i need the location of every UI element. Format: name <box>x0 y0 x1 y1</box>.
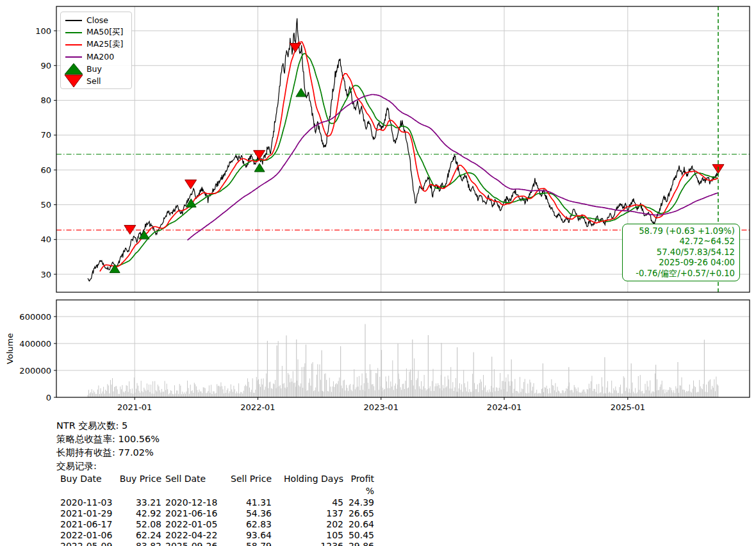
volume-bars <box>88 324 719 397</box>
ma200-line <box>188 95 719 240</box>
table-cell: 2022-01-06 <box>56 530 115 541</box>
strategy-return-line: 策略总收益率: 100.56% <box>56 433 374 446</box>
legend-label: Sell <box>86 76 101 86</box>
legend-item-ma200: MA200 <box>61 51 131 63</box>
annotation-range-line: 42.72~64.52 <box>627 236 735 247</box>
legend-item-ma25: MA25[卖] <box>61 38 131 51</box>
table-cell: 54.36 <box>223 508 272 519</box>
table-cell: 1236 <box>272 541 343 546</box>
date-tick-label: 2021-01 <box>117 402 152 412</box>
price-tick-label: 60 <box>40 165 51 175</box>
close-line-swatch <box>61 20 86 21</box>
chart-legend: Close MA50[买] MA25[卖] MA200 Buy Sell <box>60 12 132 89</box>
annotation-ma-line: 57.40/57.83/54.12 <box>627 247 735 258</box>
volume-tick-label: 400000 <box>19 339 51 349</box>
table-row: 2020-11-0333.212020-12-1841.314524.39 <box>56 497 374 508</box>
table-cell: 26.65 <box>343 508 374 519</box>
table-cell: 83.82 <box>115 541 161 546</box>
legend-label: Buy <box>86 64 102 74</box>
volume-tick-label: 0 <box>46 393 51 402</box>
hold-return-line: 长期持有收益: 77.02% <box>56 446 374 459</box>
column-header: Buy Price <box>115 473 161 497</box>
legend-label: MA200 <box>86 52 114 62</box>
annotation-price-line: 58.79 (+0.63 +1.09%) <box>627 226 735 236</box>
volume-tick-label: 600000 <box>19 312 51 322</box>
table-row: 2022-05-0983.822025-09-2658.791236-29.86 <box>56 541 374 546</box>
legend-label: MA25[卖] <box>86 39 124 50</box>
column-header: Sell Date <box>161 473 223 497</box>
table-row: 2022-01-0662.242022-04-2293.6410550.45 <box>56 530 374 541</box>
table-cell: 2022-04-22 <box>161 530 223 541</box>
annotation-date-line: 2025-09-26 04:00 <box>627 258 735 268</box>
volume-axes-border <box>56 300 750 397</box>
sell-marker <box>185 180 197 189</box>
table-cell: 2021-06-17 <box>56 519 115 530</box>
date-tick-label: 2024-01 <box>487 402 522 412</box>
table-cell: 41.31 <box>223 497 272 508</box>
table-cell: 2021-06-16 <box>161 508 223 519</box>
strategy-stats-block: NTR 交易次数: 5 策略总收益率: 100.56% 长期持有收益: 77.0… <box>56 419 374 546</box>
last-quote-annotation: 58.79 (+0.63 +1.09%) 42.72~64.52 57.40/5… <box>622 224 740 281</box>
price-tick-label: 100 <box>35 26 51 36</box>
volume-axis-label: Volume <box>5 333 15 364</box>
annotation-signal-line: -0.76/偏空/+0.57/+0.10 <box>627 269 735 279</box>
legend-item-buy: Buy <box>61 63 131 75</box>
price-tick-label: 90 <box>40 61 51 70</box>
price-tick-label: 80 <box>40 95 51 105</box>
table-cell: 62.24 <box>115 530 161 541</box>
table-cell: 2020-11-03 <box>56 497 115 508</box>
legend-item-ma50: MA50[买] <box>61 26 131 38</box>
legend-item-sell: Sell <box>61 75 131 87</box>
table-cell: 52.08 <box>115 519 161 530</box>
buy-marker <box>254 163 265 172</box>
trade-record-title: 交易记录: <box>56 459 374 473</box>
date-tick-label: 2025-01 <box>611 402 645 412</box>
table-cell: -29.86 <box>343 541 374 546</box>
trade-count-line: NTR 交易次数: 5 <box>56 419 374 433</box>
sell-triangle-icon <box>61 74 86 88</box>
table-cell: 105 <box>272 530 343 541</box>
legend-label: Close <box>86 15 108 25</box>
table-cell: 2025-09-26 <box>161 541 223 546</box>
table-cell: 202 <box>272 519 343 530</box>
table-cell: 45 <box>272 497 343 508</box>
ma200-line-swatch <box>61 56 86 58</box>
table-cell: 2022-01-05 <box>161 519 223 530</box>
column-header: Holding Days <box>272 473 343 497</box>
table-cell: 20.64 <box>343 519 374 530</box>
legend-label: MA50[买] <box>86 27 124 38</box>
price-tick-label: 30 <box>40 270 51 279</box>
table-header-row: Buy DateBuy PriceSell DateSell PriceHold… <box>56 473 374 497</box>
table-cell: 2022-05-09 <box>56 541 115 546</box>
buy-triangle-icon <box>61 63 86 75</box>
column-header: Sell Price <box>223 473 272 497</box>
price-tick-label: 50 <box>40 200 51 210</box>
table-cell: 2021-01-29 <box>56 508 115 519</box>
table-row: 2021-06-1752.082022-01-0562.8320220.64 <box>56 519 374 530</box>
price-tick-label: 40 <box>40 235 51 244</box>
date-tick-label: 2023-01 <box>364 402 399 412</box>
table-cell: 93.64 <box>223 530 272 541</box>
ma50-line-swatch <box>61 32 86 33</box>
column-header: Profit % <box>343 473 374 497</box>
table-cell: 58.79 <box>223 541 272 546</box>
figure-canvas: 3040506070809010002000004000006000002021… <box>0 0 756 546</box>
table-cell: 33.21 <box>115 497 161 508</box>
price-tick-label: 70 <box>40 130 51 140</box>
table-cell: 137 <box>272 508 343 519</box>
table-cell: 62.83 <box>223 519 272 530</box>
table-cell: 50.45 <box>343 530 374 541</box>
table-cell: 2020-12-18 <box>161 497 223 508</box>
legend-item-close: Close <box>61 14 131 26</box>
column-header: Buy Date <box>56 473 115 497</box>
trade-record-table: Buy DateBuy PriceSell DateSell PriceHold… <box>56 473 374 546</box>
ma25-line-swatch <box>61 44 86 46</box>
table-cell: 42.92 <box>115 508 161 519</box>
table-row: 2021-01-2942.922021-06-1654.3613726.65 <box>56 508 374 519</box>
volume-tick-label: 200000 <box>19 366 51 376</box>
date-tick-label: 2022-01 <box>240 402 275 412</box>
table-cell: 24.39 <box>343 497 374 508</box>
